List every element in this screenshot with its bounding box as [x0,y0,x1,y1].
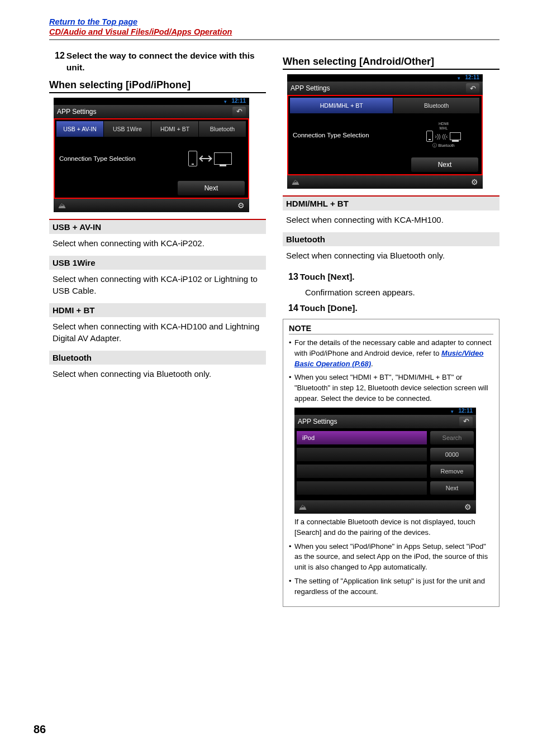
connection-illustration [177,145,244,173]
note-item-3: When you select "iPod/iPhone" in Apps Se… [289,542,493,573]
monitor-icon [450,132,461,140]
wifi-icon: ▾ [458,75,460,81]
connection-type-label: Connection Type Selection [59,155,177,162]
device-time: 12:11 [458,408,473,414]
param-head-usb-avin: USB + AV-IN [49,219,266,234]
mhl-label: MHL [440,126,448,130]
step-13-text: Touch [Next]. [300,271,499,283]
subheading-android-other: When selecting [Android/Other] [283,56,499,70]
tab-usb-avin[interactable]: USB + AV-IN [56,121,104,137]
signal-icon: ›)) ((‹ [435,133,448,140]
search-button[interactable]: Search [430,431,474,444]
back-icon[interactable]: ↶ [232,107,246,117]
gear-icon[interactable]: ⚙ [471,178,478,186]
device-title: APP Settings [291,84,330,92]
param-body-bluetooth-r: Select when connecting via Bluetooth onl… [283,246,499,264]
note-item-1: For the details of the necessary cable a… [289,338,493,370]
param-body-bluetooth: Select when connecting via Bluetooth onl… [49,365,266,382]
list-item[interactable] [297,448,427,461]
wifi-icon: ▾ [224,99,227,104]
tab-usb-1wire[interactable]: USB 1Wire [104,121,151,137]
next-button[interactable]: Next [178,181,245,195]
note-heading: NOTE [289,324,493,334]
param-head-bluetooth-r: Bluetooth [283,232,499,246]
note-item-4: The setting of "Application link setup" … [289,576,493,597]
tab-hdmi-mhl-bt[interactable]: HDMI/MHL + BT [290,98,393,113]
back-icon[interactable]: ↶ [459,417,473,427]
note-box: NOTE For the details of the necessary ca… [283,319,499,607]
nav-icon[interactable]: ⛰ [299,503,307,511]
subheading-ipod-iphone: When selecting [iPod/iPhone] [49,79,266,93]
list-item-ipod[interactable]: iPod [297,431,427,444]
step-12-number: 12 [55,50,65,61]
bluetooth-label: ⓘ Bluetooth [432,142,455,149]
step-13-desc: Confirmation screen appears. [305,288,499,297]
tab-bluetooth[interactable]: Bluetooth [199,121,246,137]
tab-bluetooth[interactable]: Bluetooth [393,98,480,113]
return-top-link[interactable]: Return to the Top page [49,17,137,26]
next-button[interactable]: Next [430,481,474,495]
note-item-2-sub: If a connectable Bluetooth device is not… [289,517,493,538]
tab-hdmi-bt[interactable]: HDMI + BT [151,121,199,137]
highlight-box: HDMI/MHL + BT Bluetooth Connection Type … [287,95,483,175]
device-screenshot-ipod: ▾ 12:11 APP Settings ↶ USB + AV-IN USB 1… [54,98,249,212]
back-icon[interactable]: ↶ [466,83,479,93]
connection-illustration: HDMI MHL ›)) ((‹ ⓘ Bluetooth [410,121,477,149]
breadcrumb: CD/Audio and Visual Files/iPod/Apps Oper… [49,27,232,36]
note-item-2: When you select "HDMI + BT", "HDMI/MHL +… [289,372,493,404]
connection-type-label: Connection Type Selection [293,132,410,138]
nav-icon[interactable]: ⛰ [292,178,299,186]
header-divider [49,39,499,40]
gear-icon[interactable]: ⚙ [464,503,472,511]
param-head-hdmi-bt: HDMI + BT [49,303,266,317]
param-head-hdmi-mhl-bt: HDMI/MHL + BT [283,195,499,210]
param-head-usb-1wire: USB 1Wire [49,256,266,270]
wifi-icon: ▾ [451,409,454,414]
device-screenshot-bt-select: ▾ 12:11 APP Settings ↶ iPod Search [294,408,476,514]
highlight-box: USB + AV-IN USB 1Wire HDMI + BT Bluetoot… [54,118,249,199]
device-time: 12:11 [465,74,479,80]
next-button[interactable]: Next [411,157,478,172]
param-body-hdmi-bt: Select when connecting with KCA-HD100 an… [49,317,266,346]
device-time: 12:11 [231,98,246,104]
param-body-usb-avin: Select when connecting with KCA-iP202. [49,234,266,251]
remove-button[interactable]: Remove [430,465,474,478]
page-number: 86 [34,723,46,736]
step-13-number: 13 [288,271,298,282]
arrow-icon [201,158,211,159]
device-title: APP Settings [57,108,97,116]
nav-icon[interactable]: ⛰ [58,201,66,210]
param-head-bluetooth: Bluetooth [49,351,266,365]
monitor-icon [214,152,232,165]
step-12-text: Select the way to connect the device wit… [66,50,266,74]
param-body-usb-1wire: Select when connecting with KCA-iP102 or… [49,270,266,299]
step-14-number: 14 [288,303,298,313]
step-14-text: Touch [Done]. [300,303,499,314]
gear-icon[interactable]: ⚙ [237,201,245,210]
device-screenshot-android: ▾ 12:11 APP Settings ↶ HDMI/MHL + BT Blu… [287,74,483,189]
list-item[interactable] [297,481,427,495]
pin-button[interactable]: 0000 [430,448,474,461]
param-body-hdmi-mhl-bt: Select when connecting with KCA-MH100. [283,210,499,228]
phone-icon [426,131,433,142]
hdmi-label: HDMI [439,122,449,126]
device-title: APP Settings [298,418,337,425]
list-item[interactable] [297,465,427,478]
phone-icon [188,151,197,166]
